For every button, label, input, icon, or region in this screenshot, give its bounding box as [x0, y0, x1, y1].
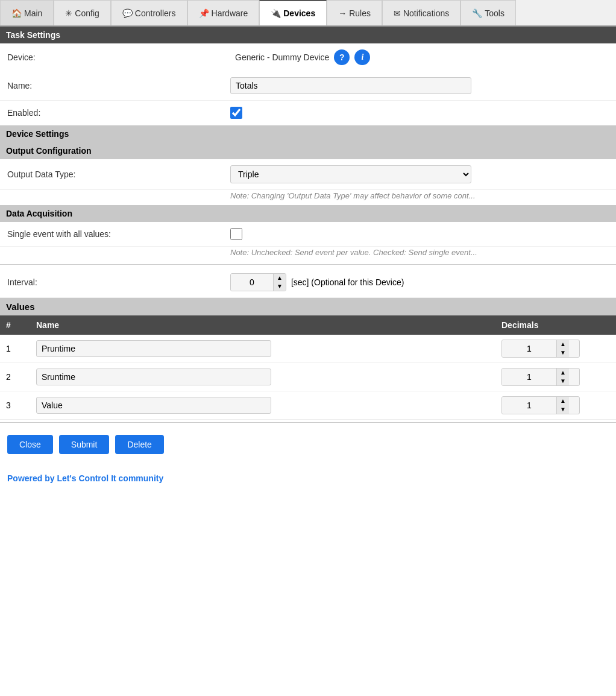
name-control: [230, 77, 609, 94]
single-event-note: Note: Unchecked: Send event per value. C…: [0, 247, 616, 262]
interval-input[interactable]: [231, 274, 273, 291]
output-data-type-select[interactable]: Single Dual Triple Quad: [230, 165, 471, 183]
tab-rules[interactable]: → Rules: [327, 0, 382, 25]
row-name-input-2[interactable]: [36, 369, 271, 385]
enabled-row: Enabled:: [0, 101, 616, 125]
footer-link[interactable]: Powered by Let's Control It community: [7, 473, 163, 483]
row-decimals-spinner-1: ▲ ▼: [501, 340, 580, 358]
single-event-control: [230, 228, 609, 240]
footer: Powered by Let's Control It community: [0, 464, 616, 493]
row-name-cell-2: [30, 363, 495, 391]
row-decimals-input-1[interactable]: [502, 340, 556, 357]
row-num-2: 2: [0, 363, 30, 391]
device-row: Device: Generic - Dummy Device ? i: [0, 43, 616, 71]
table-row: 2 ▲ ▼: [0, 363, 616, 391]
row-decimals-spinner-btns-2: ▲ ▼: [556, 369, 569, 385]
interval-control: ▲ ▼ [sec] (Optional for this Device): [230, 273, 609, 291]
controllers-icon: 💬: [122, 8, 133, 18]
row-decimals-input-3[interactable]: [502, 397, 556, 414]
interval-down-button[interactable]: ▼: [274, 282, 286, 291]
table-row: 1 ▲ ▼: [0, 335, 616, 363]
device-value: Generic - Dummy Device: [235, 52, 329, 62]
row-decimals-up-3[interactable]: ▲: [557, 397, 569, 405]
tab-hardware[interactable]: 📌 Hardware: [187, 0, 260, 25]
data-acquisition-header: Data Acquisition: [0, 205, 616, 222]
interval-label: Interval:: [7, 277, 230, 287]
interval-suffix: [sec] (Optional for this Device): [291, 277, 404, 287]
tools-icon: 🔧: [472, 8, 482, 18]
row-decimals-spinner-btns-1: ▲ ▼: [556, 340, 569, 357]
row-decimals-cell-2: ▲ ▼: [495, 363, 616, 391]
row-decimals-down-3[interactable]: ▼: [557, 405, 569, 414]
action-buttons: Close Submit Delete: [0, 425, 616, 464]
single-event-checkbox[interactable]: [230, 228, 242, 240]
enabled-control: [230, 107, 609, 119]
devices-icon: 🔌: [271, 8, 281, 18]
row-num-3: 3: [0, 391, 30, 420]
output-data-type-label: Output Data Type:: [7, 169, 230, 179]
row-name-cell-3: [30, 391, 495, 420]
interval-spinner-buttons: ▲ ▼: [273, 274, 286, 291]
table-row: 3 ▲ ▼: [0, 391, 616, 420]
row-decimals-down-1[interactable]: ▼: [557, 349, 569, 357]
device-label: Device:: [7, 52, 230, 62]
nav-tabs: 🏠 Main ✳ Config 💬 Controllers 📌 Hardware…: [0, 0, 616, 27]
interval-up-button[interactable]: ▲: [274, 274, 286, 282]
values-section-header: Values: [0, 298, 616, 315]
main-icon: 🏠: [11, 8, 22, 18]
help-button[interactable]: ?: [334, 49, 350, 65]
col-num: #: [0, 315, 30, 335]
row-decimals-down-2[interactable]: ▼: [557, 377, 569, 385]
output-config-header: Output Configuration: [0, 142, 616, 159]
device-settings-header: Device Settings: [0, 125, 616, 142]
config-icon: ✳: [65, 8, 72, 18]
row-num-1: 1: [0, 335, 30, 363]
delete-button[interactable]: Delete: [115, 435, 163, 454]
output-note: Note: Changing 'Output Data Type' may af…: [0, 190, 616, 205]
row-decimals-spinner-3: ▲ ▼: [501, 396, 580, 414]
tab-config[interactable]: ✳ Config: [54, 0, 110, 25]
row-decimals-cell-3: ▲ ▼: [495, 391, 616, 420]
single-event-label: Single event with all values:: [7, 229, 230, 239]
row-decimals-spinner-btns-3: ▲ ▼: [556, 397, 569, 414]
output-data-type-row: Output Data Type: Single Dual Triple Qua…: [0, 159, 616, 190]
divider-2: [0, 422, 616, 423]
interval-spinner: ▲ ▼: [230, 273, 286, 291]
col-name: Name: [30, 315, 495, 335]
enabled-checkbox[interactable]: [230, 107, 242, 119]
row-decimals-input-2[interactable]: [502, 369, 556, 385]
values-table-header-row: # Name Decimals: [0, 315, 616, 335]
rules-icon: →: [338, 8, 347, 18]
col-decimals: Decimals: [495, 315, 616, 335]
submit-button[interactable]: Submit: [59, 435, 110, 454]
row-decimals-up-1[interactable]: ▲: [557, 340, 569, 349]
tab-devices[interactable]: 🔌 Devices: [259, 0, 327, 25]
hardware-icon: 📌: [199, 8, 209, 18]
tab-main[interactable]: 🏠 Main: [0, 0, 54, 25]
enabled-label: Enabled:: [7, 108, 230, 118]
row-name-input-1[interactable]: [36, 340, 271, 357]
tab-tools[interactable]: 🔧 Tools: [460, 0, 516, 25]
single-event-row: Single event with all values:: [0, 222, 616, 247]
notifications-icon: ✉: [394, 8, 401, 18]
close-button[interactable]: Close: [7, 435, 53, 454]
row-decimals-cell-1: ▲ ▼: [495, 335, 616, 363]
interval-row: Interval: ▲ ▼ [sec] (Optional for this D…: [0, 267, 616, 298]
tab-notifications[interactable]: ✉ Notifications: [382, 0, 460, 25]
row-decimals-spinner-2: ▲ ▼: [501, 368, 580, 386]
output-data-type-control: Single Dual Triple Quad: [230, 165, 609, 183]
name-row: Name:: [0, 71, 616, 101]
row-name-input-3[interactable]: [36, 397, 271, 414]
values-table: # Name Decimals 1 ▲ ▼ 2: [0, 315, 616, 420]
name-input[interactable]: [230, 77, 471, 94]
row-name-cell-1: [30, 335, 495, 363]
divider-1: [0, 264, 616, 265]
name-label: Name:: [7, 81, 230, 90]
tab-controllers[interactable]: 💬 Controllers: [111, 0, 187, 25]
info-button[interactable]: i: [354, 49, 370, 65]
task-settings-header: Task Settings: [0, 27, 616, 43]
row-decimals-up-2[interactable]: ▲: [557, 369, 569, 377]
